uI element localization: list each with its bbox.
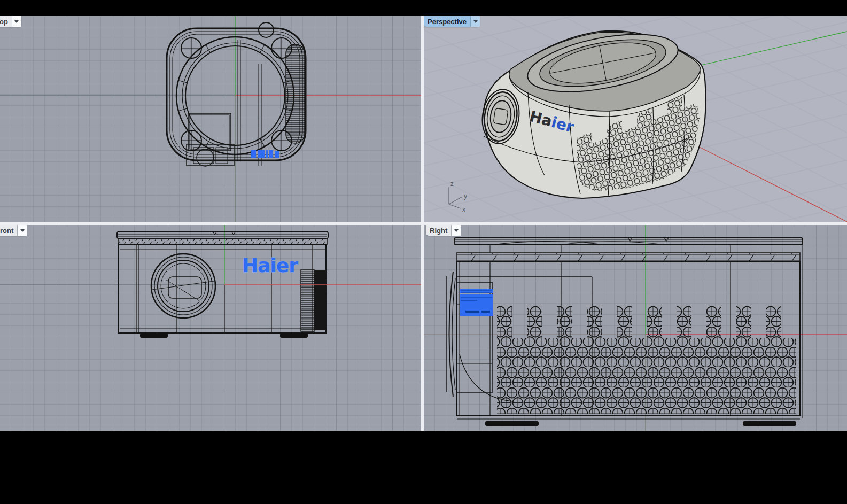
brand-logo-front-selected[interactable]: Haier — [242, 254, 298, 276]
right-view-canvas[interactable] — [424, 225, 847, 431]
gnomon-x-label: x — [462, 206, 465, 213]
viewport-perspective[interactable]: Haier z y x Perspective — [424, 16, 847, 222]
foot-left — [140, 333, 168, 338]
top-view-canvas[interactable] — [0, 16, 421, 222]
viewport-title-front: Front — [0, 225, 17, 236]
top-black-bar — [0, 0, 847, 16]
viewport-top[interactable]: Top — [0, 16, 421, 222]
gnomon-y-label: y — [464, 192, 467, 200]
chevron-down-icon — [454, 229, 459, 232]
chevron-down-icon — [20, 229, 25, 232]
foot-right — [280, 333, 308, 338]
viewport-front[interactable]: Haier Front — [0, 225, 421, 431]
viewport-menu-button[interactable] — [470, 16, 480, 27]
perspective-view-canvas[interactable]: Haier z y x — [424, 16, 847, 222]
viewport-tab-perspective[interactable]: Perspective — [424, 16, 480, 27]
focus-wheel-dark — [314, 270, 327, 330]
bottom-black-bar — [0, 431, 847, 504]
foot-right — [743, 421, 796, 426]
viewport-title-right: Right — [426, 225, 451, 236]
viewport-tab-right[interactable]: Right — [426, 225, 461, 236]
viewport-tab-top[interactable]: Top — [0, 16, 21, 27]
viewport-title-top: Top — [0, 16, 12, 27]
viewport-menu-button[interactable] — [12, 16, 21, 27]
viewport-tab-front[interactable]: Front — [0, 225, 27, 236]
grid-major — [0, 16, 421, 222]
viewport-title-perspective: Perspective — [424, 16, 470, 27]
front-view-canvas[interactable]: Haier — [0, 225, 421, 431]
application-window: Top — [0, 0, 847, 504]
viewport-menu-button[interactable] — [451, 225, 461, 236]
viewport-right[interactable]: Right — [424, 225, 847, 431]
speaker-grille-right — [497, 306, 796, 414]
gnomon-z-label: z — [450, 180, 454, 188]
foot-left — [485, 421, 539, 426]
viewport-workspace: Top — [0, 16, 847, 431]
chevron-down-icon — [14, 20, 19, 23]
viewport-menu-button[interactable] — [17, 225, 27, 236]
chevron-down-icon — [473, 20, 478, 23]
selected-object-right-view[interactable] — [460, 289, 493, 316]
